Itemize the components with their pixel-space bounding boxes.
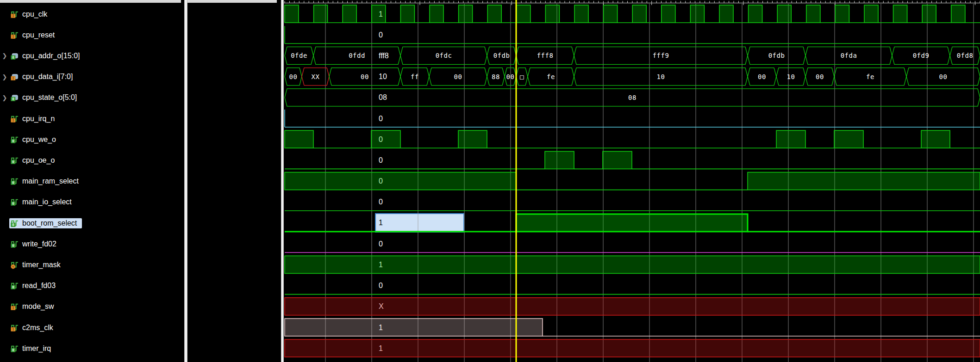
bit-high-pulse xyxy=(372,5,386,23)
bit-high-pulse xyxy=(459,5,473,23)
bit-high-pulse xyxy=(864,5,878,23)
wave-row-cpu_clk[interactable] xyxy=(285,5,980,23)
bit-high-pulse xyxy=(662,5,675,23)
bit-high-pulse xyxy=(922,5,936,23)
wave-row-cpu_state_o_5_0_[interactable]: 08 xyxy=(285,89,980,106)
wave-row-c2ms_clk[interactable] xyxy=(285,319,980,336)
bit-high-pulse xyxy=(285,130,313,148)
bus-value-label: 0fde xyxy=(291,52,307,59)
bit-high-pulse xyxy=(285,172,516,190)
bit-high-pulse xyxy=(285,319,543,336)
bus-value-label: □ xyxy=(520,73,524,80)
bit-high-pulse xyxy=(893,5,907,23)
bit-high-pulse xyxy=(719,5,733,23)
wave-row-timer_irq[interactable] xyxy=(285,339,980,357)
bit-high-pulse xyxy=(458,130,487,148)
wave-row-cpu_irq_n[interactable] xyxy=(285,110,980,127)
bit-high-pulse xyxy=(400,5,414,23)
bus-value-label: 10 xyxy=(787,73,795,80)
bus-value-label: 0fd9 xyxy=(913,52,930,59)
time-cursor-line[interactable] xyxy=(516,0,517,362)
bit-high-pulse xyxy=(517,5,531,23)
bit-high-pulse xyxy=(487,5,501,23)
bus-value-label: 00 xyxy=(939,73,948,80)
bus-value-label: fe xyxy=(547,73,555,80)
bus-value-label: 00 xyxy=(361,73,369,80)
bit-high-pulse xyxy=(574,5,588,23)
bit-high-pulse xyxy=(690,5,704,23)
bus-value-label: 00 xyxy=(816,73,824,80)
bit-high-pulse xyxy=(777,5,791,23)
bus-value-label: 00 xyxy=(454,73,462,80)
bit-high-pulse xyxy=(285,5,299,23)
bus-value-label: 08 xyxy=(628,94,637,101)
wave-row-timer_mask[interactable] xyxy=(285,256,980,273)
bit-high-pulse xyxy=(749,5,762,23)
waveform-viewer-window: Icpu_clk Icpu_reset❯ 0cpu_addr_o[15:0]❯ … xyxy=(0,0,980,362)
bit-high-pulse xyxy=(921,130,950,148)
wave-row-cpu_addr_o_15_0_[interactable]: 0fde0fdd0fdc0fdbfff8fff90fdb0fda0fd90fd8 xyxy=(285,47,980,64)
bit-high-pulse xyxy=(516,214,748,232)
bus-value-label: 00 xyxy=(506,73,515,80)
bit-high-pulse xyxy=(285,298,980,315)
bit-high-pulse xyxy=(776,130,805,148)
wave-row-cpu_data_i_7_0_[interactable]: 00XX00ff008800□fe10001000fe00 xyxy=(285,68,980,86)
bit-high-pulse xyxy=(545,5,559,23)
bus-value-label: 00 xyxy=(758,73,766,80)
bus-value-label: fff9 xyxy=(653,52,669,59)
bit-high-pulse xyxy=(285,339,980,357)
bit-high-pulse xyxy=(430,5,443,23)
bus-value-label: 0fdb xyxy=(493,52,510,59)
bus-value-label: XX xyxy=(312,73,320,80)
bit-high-pulse xyxy=(545,151,574,169)
bit-high-pulse xyxy=(343,5,356,23)
bus-value-label: 0fdc xyxy=(436,52,452,59)
bus-value-label: ff xyxy=(411,73,419,80)
bit-high-pulse xyxy=(371,130,400,148)
wave-row-mode_sw[interactable] xyxy=(285,298,980,315)
wave-row-cpu_oe_o[interactable] xyxy=(285,151,980,169)
bit-high-pulse xyxy=(834,130,863,148)
bus-value-label: 0fdd xyxy=(349,52,365,59)
bus-value-label: 00 xyxy=(289,73,298,80)
bit-high-pulse xyxy=(806,5,820,23)
bit-high-pulse xyxy=(748,172,980,190)
bus-value-label: 0fd8 xyxy=(957,52,974,59)
bit-high-pulse xyxy=(951,5,965,23)
bit-high-pulse xyxy=(604,5,618,23)
timeline-ruler[interactable] xyxy=(284,1,980,5)
bit-high-pulse xyxy=(835,5,849,23)
bit-high-pulse xyxy=(285,256,980,273)
bit-high-pulse xyxy=(314,5,328,23)
wave-row-boot_rom_select[interactable] xyxy=(285,214,980,232)
wave-row-cpu_reset[interactable] xyxy=(285,26,980,43)
bus-value-label: 88 xyxy=(492,73,500,80)
bus-value-label: 0fda xyxy=(841,52,857,59)
wave-row-cpu_we_o[interactable] xyxy=(285,130,980,148)
bus-value-label: 10 xyxy=(657,73,665,80)
bit-high-pulse xyxy=(632,5,646,23)
waveform-canvas[interactable]: 0fde0fdd0fdc0fdbfff8fff90fdb0fda0fd90fd8… xyxy=(0,0,980,362)
wave-row-main_ram_select[interactable] xyxy=(285,172,980,190)
bus-value-label: fff8 xyxy=(537,52,554,59)
bus-value-label: fe xyxy=(866,73,874,80)
bit-high-pulse xyxy=(603,151,632,169)
bus-value-label: 0fdb xyxy=(768,52,785,59)
